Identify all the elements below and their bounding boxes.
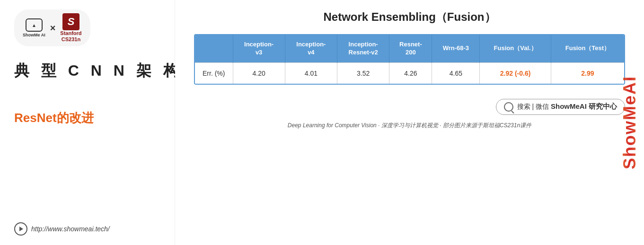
main-content: Network Ensembling（Fusion） Inception-v3 … — [175, 0, 644, 245]
stanford-text: Stanford CS231n — [60, 30, 81, 43]
website-link[interactable]: http://www.showmeai.tech/ — [14, 213, 110, 236]
table-row: Err. (%) 4.20 4.01 3.52 4.26 4.65 2.92 (… — [195, 62, 624, 84]
showmeai-label: ShowMe AI — [23, 33, 45, 37]
col-header-fusion-val: Fusion（Val.） — [480, 35, 551, 62]
stanford-logo: S Stanford CS231n — [60, 13, 81, 43]
showmeai-icon — [26, 18, 43, 32]
results-table: Inception-v3 Inception-v4 Inception-Resn… — [195, 35, 624, 84]
col-header-inception-resnet: Inception-Resnet-v2 — [337, 35, 389, 62]
search-bar[interactable]: 搜索 | 微信 ShowMeAI 研究中心 — [496, 99, 625, 115]
bottom-area: 搜索 | 微信 ShowMeAI 研究中心 — [194, 99, 625, 120]
col-header-fusion-test: Fusion（Test） — [551, 35, 624, 62]
showmeai-logo: ShowMe AI — [23, 18, 45, 37]
cell-inception-resnet: 3.52 — [337, 62, 389, 84]
search-icon — [504, 102, 513, 112]
cross-symbol: × — [50, 23, 56, 34]
col-header-resnet-200: Resnet-200 — [389, 35, 432, 62]
cell-fusion-val: 2.92 (-0.6) — [480, 62, 551, 84]
col-header-inception-v4: Inception-v4 — [285, 35, 337, 62]
cell-wrn: 4.65 — [432, 62, 480, 84]
table-container: Inception-v3 Inception-v4 Inception-Resn… — [194, 34, 625, 85]
col-header-wrn: Wrn-68-3 — [432, 35, 480, 62]
cell-resnet-200: 4.26 — [389, 62, 432, 84]
cell-fusion-test: 2.99 — [551, 62, 624, 84]
search-text: 搜索 | 微信 ShowMeAI 研究中心 — [517, 102, 617, 111]
col-header-inception-v3: Inception-v3 — [233, 35, 285, 62]
table-header-row: Inception-v3 Inception-v4 Inception-Resn… — [195, 35, 624, 62]
sidebar: ShowMe AI × S Stanford CS231n 典 型 C N N … — [0, 0, 175, 245]
cell-inception-v4: 4.01 — [285, 62, 337, 84]
resnet-title: ResNet的改进 — [14, 110, 94, 126]
logo-area: ShowMe AI × S Stanford CS231n — [14, 9, 90, 46]
page-title: Network Ensembling（Fusion） — [194, 9, 625, 25]
row-label: Err. (%) — [195, 62, 233, 84]
website-url: http://www.showmeai.tech/ — [31, 225, 110, 233]
cnn-title: 典 型 C N N 架 构 — [14, 61, 182, 81]
stanford-s-letter: S — [62, 13, 79, 30]
footer-text: Deep Learning for Computer Vision · 深度学习… — [194, 120, 625, 130]
col-header-empty — [195, 35, 233, 62]
nav-icon — [14, 222, 27, 236]
cell-inception-v3: 4.20 — [233, 62, 285, 84]
